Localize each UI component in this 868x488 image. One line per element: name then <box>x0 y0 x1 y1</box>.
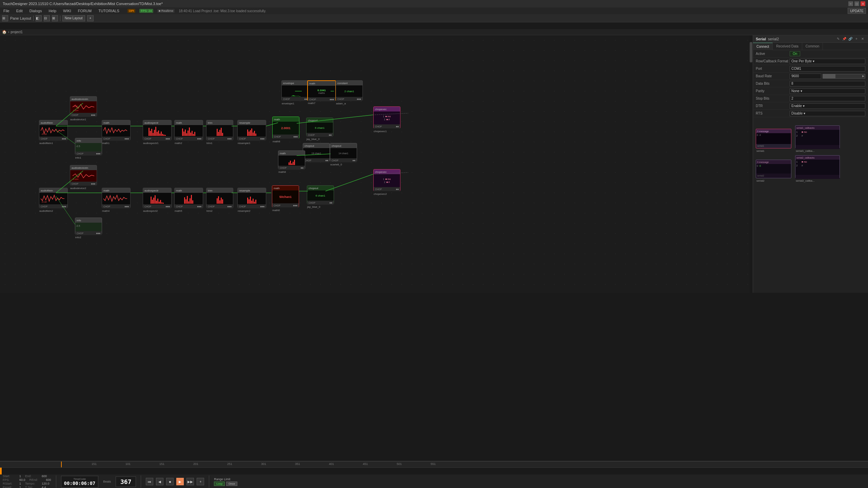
node-serial2-callbacks[interactable]: serial2_callbacks 1 ■ mo 2 # <box>795 155 840 178</box>
node-serial1-callbacks[interactable]: serial1_callbacks 1 ■ mo 2 # <box>795 125 840 148</box>
maximize-button[interactable]: □ <box>854 1 859 6</box>
node-audiodevice2[interactable]: audiodevicein 0.224 CHOP■■■ audiodevice2 <box>70 165 97 185</box>
ruler-mark-401: 401 <box>329 462 334 466</box>
menu-wiki[interactable]: WIKI <box>62 9 73 13</box>
baud-value[interactable]: 9600 <box>790 74 821 79</box>
node-header-math4: math <box>102 188 130 193</box>
timeline-track[interactable] <box>0 468 868 474</box>
node-footer-audiospect2: CHOP■■■ <box>143 204 171 208</box>
toolbar: ⊞ Pane Layout ◧ ⊟ ⊠ New Layout + <box>0 14 868 22</box>
dtr-value[interactable]: Enable ▾ <box>790 103 865 109</box>
panel-link-btn[interactable]: 🔗 <box>848 36 853 42</box>
node-math7[interactable]: math 0.1041 maths CHOP■■■ math7 <box>307 80 336 101</box>
node-audiodevice1[interactable]: audiodevicein 0.224 -0.02 CHOP■■■ audiod… <box>70 96 97 117</box>
window-controls[interactable]: − □ ✕ <box>848 1 865 6</box>
node-14chan-1[interactable]: chopout 19 chan1 CHOP■■ <box>303 143 330 162</box>
node-math-big[interactable]: math 2.0001 CHOP■■■ math8 <box>272 117 299 139</box>
panel-add-btn[interactable]: + <box>854 36 859 42</box>
rts-value[interactable]: Disable ▾ <box>790 111 865 116</box>
loop-btn[interactable]: Loop <box>214 482 225 486</box>
btn-rewind-all[interactable]: ⏮ <box>146 478 153 485</box>
tab-common[interactable]: Common <box>802 43 823 50</box>
toolbar-icon1[interactable]: ⊞ <box>2 15 8 21</box>
new-layout-button[interactable]: New Layout <box>62 15 85 21</box>
node-trim2[interactable]: trim CHOP■■■ trim2 <box>206 188 233 208</box>
tab-connect[interactable]: Connect <box>753 43 773 50</box>
node-serial2-msg[interactable]: 0 message 0 0 serial2 <box>756 160 791 178</box>
add-layout-button[interactable]: + <box>87 15 94 21</box>
waveform-audiodevice2: 0.224 <box>73 171 95 181</box>
menu-edit[interactable]: Edit <box>15 9 24 13</box>
tab-received-data[interactable]: Received Data <box>773 43 802 50</box>
close-button[interactable]: ✕ <box>861 1 865 6</box>
node-math8[interactable]: math CHOP■■ math8 <box>278 150 305 169</box>
toolbar-icon3[interactable]: ⊟ <box>44 15 50 21</box>
node-chopexec1[interactable]: chopexec 1 ■ mo 2 ■ # CHOP■■ chopexec1 <box>373 106 400 128</box>
active-toggle[interactable]: On <box>790 51 800 56</box>
stopbits-value[interactable]: 2 <box>790 96 865 101</box>
breadcrumb-project[interactable]: project1 <box>11 30 23 34</box>
node-jay-blue1[interactable]: chopout 6 chan1 CHOP■■ jay_blue_0 <box>306 118 333 136</box>
menu-tutorials[interactable]: TUTORIALS <box>97 9 121 13</box>
btn-fast-forward[interactable]: ▶▶ <box>186 478 194 485</box>
panel-serial2cb-footer <box>795 175 840 179</box>
databits-value[interactable]: 8 <box>790 81 865 86</box>
parity-value[interactable]: None ▾ <box>790 88 865 94</box>
node-math1[interactable]: math CHOP■■■ math1 <box>102 120 131 140</box>
panel-row-stopbits: Stop Bits 2 <box>753 95 868 102</box>
node-math4[interactable]: math CHOP■■■ math4 <box>102 188 131 208</box>
scrollbar-thumb[interactable] <box>750 42 752 62</box>
panel-close-btn[interactable]: ✕ <box>860 36 865 42</box>
btn-play[interactable]: ▶ <box>176 478 184 485</box>
port-value[interactable]: COM1 <box>790 66 865 72</box>
node-header-14chan-2: chopout <box>330 143 357 148</box>
node-envelope1[interactable]: envelope CHOP■■■ envelope1 <box>281 80 310 101</box>
btn-rewind[interactable]: ◀ <box>156 478 163 485</box>
node-footer-audiofilein2: CHOP■■■ <box>39 204 67 208</box>
node-header-jay-blue1: chopout <box>307 118 333 123</box>
node-resample1[interactable]: resample CHOP■■■ resample1 <box>237 120 266 140</box>
toolbar-icon2[interactable]: ◧ <box>36 15 42 21</box>
node-math2[interactable]: math CHOP■■■ math2 <box>174 120 203 140</box>
baud-slider[interactable]: ▶ <box>823 74 865 79</box>
format-value[interactable]: One Per Byte ▾ <box>790 59 865 64</box>
update-button[interactable]: UPDATE <box>848 8 866 14</box>
panel-pin-btn[interactable]: 📌 <box>842 36 847 42</box>
window-title: TouchDesigner 2023.11510 C:/Users/farzad… <box>3 2 163 6</box>
node-14chan-2[interactable]: chopout 14 chan1 CHOP■■ scarlett_0 <box>330 143 357 162</box>
minimize-button[interactable]: − <box>848 1 853 6</box>
display-info1: -0.5 <box>75 143 97 150</box>
node-math5[interactable]: math CHOP■■■ math5 <box>174 188 203 208</box>
toolbar-icon4[interactable]: ⊠ <box>52 15 58 21</box>
node-info1[interactable]: info -0.5 CHOP■■■ info1 <box>75 138 102 155</box>
btn-stop[interactable]: ■ <box>166 478 174 485</box>
node-info2[interactable]: info -0.5 CHOP■■■ info2 <box>75 218 102 235</box>
node-adam-a[interactable]: constant 2 chan1 CHOP■■■ adam_a <box>336 80 363 101</box>
once-btn[interactable]: Once <box>226 482 237 486</box>
node-jay-blue2[interactable]: chopout 6 chan1 CHOP■■ jay_blue_0 <box>307 185 334 204</box>
node-audiofilein1[interactable]: audiofilein -0.10 CHOP■■■ audiofilein1 <box>39 120 68 140</box>
node-audiospect2[interactable]: audiospectr CHOP■■■ audiospect2 <box>143 188 172 208</box>
node-resample2[interactable]: resample CHOP■■■ resample2 <box>237 188 266 208</box>
node-audiofilein2[interactable]: audiofilein -0.10 CHOP■■■ audiofilein2 <box>39 188 68 208</box>
node-serial1-panel[interactable]: 0 message 0 # serial1 <box>756 129 791 148</box>
menu-file[interactable]: File <box>2 9 11 13</box>
menu-help[interactable]: Help <box>47 9 58 13</box>
menubar: File Edit Dialogs Help WIKI FORUM TUTORI… <box>0 7 868 14</box>
node-footer-math1: CHOP■■■ <box>102 137 130 141</box>
node-chopexec2[interactable]: chopexec 1 ■ mo 2 ■ # CHOP■■ chopexec2 <box>373 169 400 191</box>
node-trim1[interactable]: trim CHOP■■■ trim1 <box>206 120 233 140</box>
node-label-audiofilein1: audiofilein1 <box>39 142 53 145</box>
node-audiospect1[interactable]: audiospectr CHOP■■■ audiospectr1 <box>143 120 172 140</box>
svg-text:-0.5: -0.5 <box>76 225 80 227</box>
connections-svg <box>0 35 749 293</box>
node-label-jay-blue1: jay_blue_0 <box>307 138 320 141</box>
btn-add[interactable]: + <box>197 478 204 485</box>
vertical-scrollbar[interactable] <box>749 35 753 293</box>
panel-row-databits: Data Bits 8 <box>753 80 868 87</box>
menu-forum[interactable]: FORUM <box>77 9 93 13</box>
menu-dialogs[interactable]: Dialogs <box>28 9 43 13</box>
canvas-area[interactable]: audiodevicein 0.224 -0.02 CHOP■■■ audiod… <box>0 35 749 293</box>
panel-edit-btn[interactable]: ✎ <box>835 36 841 42</box>
node-math6[interactable]: math 50chan1 CHOP■■■ math6 <box>272 185 299 207</box>
